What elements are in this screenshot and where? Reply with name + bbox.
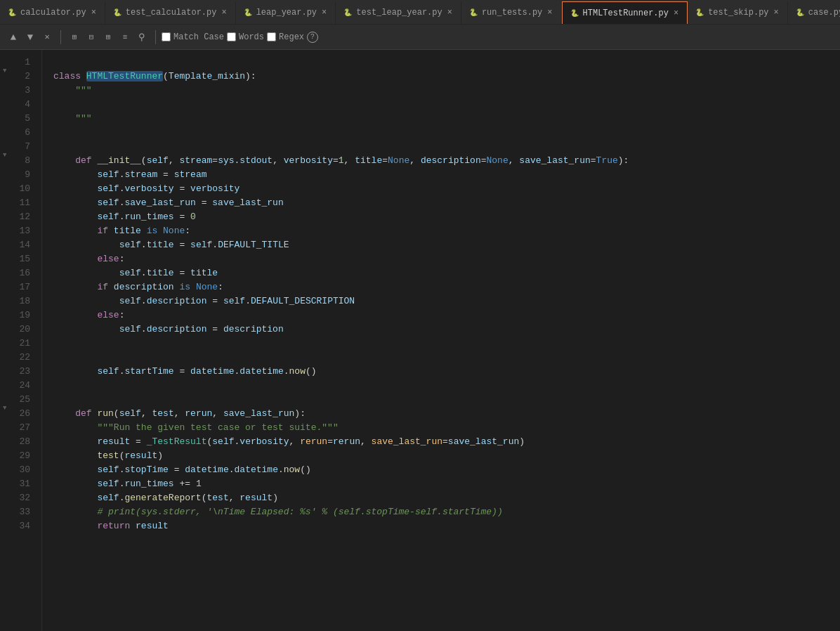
code-line: self.stopTime = datetime.datetime.now() bbox=[53, 463, 840, 477]
line-numbers: 1 2 3 4 5 6 7 8 9 10 11 12 13 14 15 16 1… bbox=[8, 50, 42, 631]
tab-test-leap-year[interactable]: 🐍 test_leap_year.py × bbox=[336, 1, 461, 24]
code-line bbox=[53, 393, 840, 407]
code-line: def run(self, test, rerun, save_last_run… bbox=[53, 407, 840, 421]
code-line: """Run the given test case or test suite… bbox=[53, 421, 840, 435]
nav-buttons: ▲ ▼ ✕ bbox=[6, 30, 55, 45]
filter3-icon[interactable]: ⊞ bbox=[100, 30, 116, 45]
code-line: class HTMLTestRunner(Template_mixin): bbox=[53, 70, 840, 84]
python-icon: 🐍 bbox=[112, 8, 122, 18]
python-icon: 🐍 bbox=[7, 8, 17, 18]
code-line: self.startTime = datetime.datetime.now() bbox=[53, 365, 840, 379]
python-icon: 🐍 bbox=[570, 8, 579, 18]
words-checkbox[interactable] bbox=[227, 32, 236, 41]
code-editor: ▼ ▼ ▼ 1 2 3 4 5 6 7 8 9 10 11 12 13 14 1… bbox=[0, 50, 840, 631]
tab-bar: 🐍 calculator.py × 🐍 test_calculator.py ×… bbox=[0, 0, 840, 25]
code-line: return result bbox=[53, 519, 840, 533]
tab-case[interactable]: 🐍 case.py × bbox=[788, 1, 840, 24]
next-match-button[interactable]: ▼ bbox=[22, 30, 38, 45]
code-line: """ bbox=[53, 112, 840, 126]
code-line: self.title = self.DEFAULT_TITLE bbox=[53, 238, 840, 252]
code-line bbox=[53, 379, 840, 393]
tab-leap-year[interactable]: 🐍 leap_year.py × bbox=[236, 1, 336, 24]
close-tab-button[interactable]: × bbox=[546, 7, 553, 18]
filter4-icon[interactable]: ≡ bbox=[117, 30, 133, 45]
code-line bbox=[53, 126, 840, 140]
code-line: else: bbox=[53, 252, 840, 266]
code-line: self.stream = stream bbox=[53, 168, 840, 182]
close-tab-button[interactable]: × bbox=[446, 7, 454, 18]
regex-checkbox[interactable] bbox=[267, 32, 276, 41]
prev-match-button[interactable]: ▲ bbox=[6, 30, 21, 45]
code-line: else: bbox=[53, 308, 840, 323]
filter-icon[interactable]: ⊞ bbox=[67, 30, 82, 45]
code-content[interactable]: class HTMLTestRunner(Template_mixin): ""… bbox=[42, 50, 840, 631]
regex-label[interactable]: Regex bbox=[267, 32, 304, 42]
code-line: test(result) bbox=[53, 449, 840, 463]
code-line bbox=[53, 337, 840, 351]
words-label[interactable]: Words bbox=[227, 32, 264, 42]
find-toolbar: ▲ ▼ ✕ ⊞ ⊟ ⊞ ≡ ⚲ Match Case Words Regex ? bbox=[0, 25, 840, 50]
code-line: self.generateReport(test, result) bbox=[53, 491, 840, 505]
python-icon: 🐍 bbox=[695, 8, 704, 18]
tab-test-calculator[interactable]: 🐍 test_calculator.py × bbox=[105, 1, 236, 24]
divider2 bbox=[155, 30, 156, 44]
code-line: self.title = title bbox=[53, 266, 840, 280]
tab-test-skip[interactable]: 🐍 test_skip.py × bbox=[688, 1, 788, 24]
code-line: # print(sys.stderr, '\nTime Elapsed: %s'… bbox=[53, 505, 840, 519]
code-line bbox=[53, 351, 840, 365]
code-line bbox=[53, 98, 840, 112]
close-tab-button[interactable]: × bbox=[773, 7, 780, 18]
tab-calculator[interactable]: 🐍 calculator.py × bbox=[0, 1, 105, 24]
tab-htmltestrunner[interactable]: 🐍 HTMLTestRunner.py × bbox=[562, 1, 688, 24]
python-icon: 🐍 bbox=[343, 8, 353, 18]
code-line: self.description = description bbox=[53, 323, 840, 337]
help-button[interactable]: ? bbox=[307, 32, 318, 43]
code-line: if description is None: bbox=[53, 280, 840, 294]
fold-marker-1[interactable]: ▼ bbox=[3, 64, 6, 78]
filter-icons: ⊞ ⊟ ⊞ ≡ ⚲ bbox=[67, 30, 150, 45]
fold-marker-2[interactable]: ▼ bbox=[3, 148, 6, 162]
code-line: result = _TestResult(self.verbosity, rer… bbox=[53, 435, 840, 449]
code-line: self.description = self.DEFAULT_DESCRIPT… bbox=[53, 294, 840, 308]
close-find-button[interactable]: ✕ bbox=[39, 30, 55, 45]
code-line: """ bbox=[53, 84, 840, 98]
fold-marker-3[interactable]: ▼ bbox=[3, 401, 6, 415]
close-tab-button[interactable]: × bbox=[320, 7, 328, 18]
filter2-icon[interactable]: ⊟ bbox=[84, 30, 99, 45]
python-icon: 🐍 bbox=[468, 8, 478, 18]
fold-gutter: ▼ ▼ ▼ bbox=[0, 50, 8, 631]
tab-run-tests[interactable]: 🐍 run_tests.py × bbox=[461, 1, 562, 24]
code-line: def __init__(self, stream=sys.stdout, ve… bbox=[53, 154, 840, 168]
divider bbox=[60, 30, 61, 44]
code-line: self.run_times += 1 bbox=[53, 477, 840, 491]
close-tab-button[interactable]: × bbox=[672, 8, 680, 19]
code-line: self.verbosity = verbosity bbox=[53, 182, 840, 196]
code-line: self.run_times = 0 bbox=[53, 210, 840, 224]
search-icon[interactable]: ⚲ bbox=[134, 30, 150, 45]
python-icon: 🐍 bbox=[243, 8, 253, 18]
match-case-label[interactable]: Match Case bbox=[162, 32, 224, 42]
code-line bbox=[53, 140, 840, 154]
code-line: self.save_last_run = save_last_run bbox=[53, 196, 840, 210]
code-line: if title is None: bbox=[53, 224, 840, 238]
code-line bbox=[53, 56, 840, 70]
python-icon: 🐍 bbox=[795, 8, 805, 18]
close-tab-button[interactable]: × bbox=[220, 7, 228, 18]
match-case-checkbox[interactable] bbox=[162, 32, 171, 41]
close-tab-button[interactable]: × bbox=[90, 7, 98, 18]
